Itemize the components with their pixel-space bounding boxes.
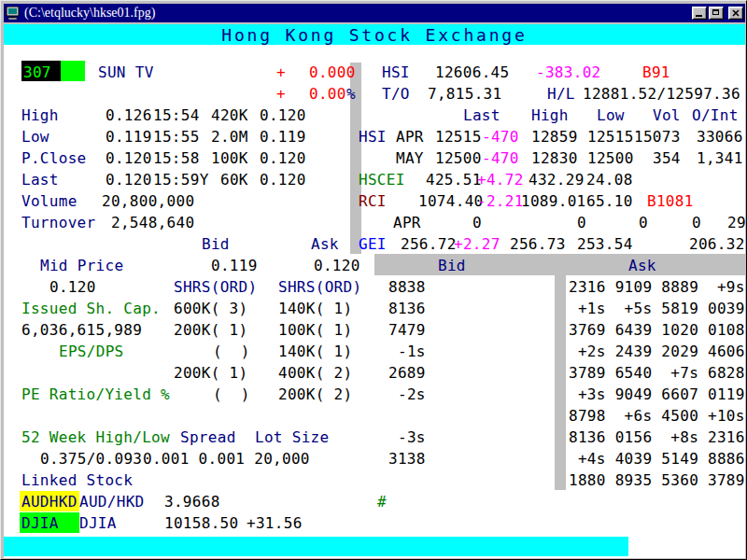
ask-col-label: Ask (311, 234, 339, 254)
text-run: 0 (692, 213, 701, 232)
col-vol: Vol (653, 105, 681, 125)
text-run: -2s (398, 385, 426, 404)
week52-label: 52 Week High/Low (21, 427, 170, 447)
hash-marker: # (377, 492, 387, 511)
col-oint: O/Int (692, 105, 739, 125)
text-run: % (346, 84, 356, 104)
text-run: 200K( 2) (278, 385, 352, 404)
text-run: MAY (396, 148, 424, 168)
text-run: 60K (220, 170, 248, 189)
text-run: 0 (577, 213, 586, 232)
text-run: -3s (398, 427, 426, 447)
queue-ask-header: Ask (628, 256, 656, 275)
rci-flag: B1081 (647, 191, 694, 211)
spread-label: Spread (180, 427, 236, 447)
text-run: +2s 2439 2029 4606 (569, 342, 745, 361)
text-run: 8838 (388, 277, 426, 297)
change-value: 0.000 (309, 63, 356, 82)
text-run: 1,341 (697, 148, 743, 168)
bid-price: 0.119 (211, 256, 258, 275)
text-run: 400K( 2) (278, 363, 352, 383)
text-run: 8798 +6s 4500 +10s (569, 406, 745, 426)
text-run: 12515 (435, 127, 482, 147)
text-run: APR (393, 213, 421, 232)
text-run: 2316 9109 8889 +9s (569, 277, 745, 297)
text-run: 140K( 1) (278, 299, 352, 318)
stock-name: SUN TV (98, 63, 154, 82)
text-run: +2.27 (454, 234, 500, 254)
text-run: 1089.01 (521, 191, 586, 211)
stock-code[interactable]: 307 (23, 63, 51, 82)
text-run: 200K( 1) (174, 363, 247, 383)
text-run: 100K( 1) (278, 320, 352, 340)
pclose-label: P.Close (21, 148, 87, 168)
text-run: 1074.40 (418, 191, 484, 211)
hsi-label: HSI (382, 63, 410, 82)
text-run: 0.119 (260, 127, 306, 147)
text-run: SHRS(ORD) (174, 277, 257, 297)
futures-hsi-label: HSI (359, 127, 387, 147)
text-run: 0.120 (260, 105, 306, 125)
text-run: SHRS(ORD) (278, 277, 361, 297)
text-run: 24.08 (586, 170, 633, 189)
hsi-flag: B91 (642, 63, 670, 82)
text-run: 8136 (388, 299, 426, 318)
text-run: 420K (211, 105, 248, 125)
week52-value: 0.375/0.093 (40, 449, 142, 469)
text-run: 0.120 (260, 170, 306, 189)
last-label: Last (21, 170, 59, 189)
linked-ticker-audhkd[interactable]: AUDHKD (21, 492, 78, 511)
text-run: 200K( 1) (174, 320, 247, 340)
text-run: H/L (547, 84, 575, 104)
gei-label: GEI (359, 234, 387, 254)
hsi-high-low: 12881.52/12597.36 (583, 84, 740, 104)
text-run: 432.29 (529, 170, 585, 189)
col-high: High (531, 105, 569, 125)
text-run: 3789 6540 +7s 6828 (569, 363, 745, 383)
djia-name: DJIA (79, 513, 117, 533)
text-run: APR (396, 127, 424, 147)
text-run: 15:55 (153, 127, 200, 147)
linked-ticker-djia[interactable]: DJIA (21, 513, 59, 533)
text-run: 1880 8935 5360 3789 (569, 470, 745, 490)
spread-lot-values: 0.001 0.001 20,000 (143, 449, 310, 469)
change-percent: 0.00 (309, 84, 346, 104)
text-run: 12859 (531, 127, 578, 147)
text-run: ( ) (213, 385, 250, 404)
text-run: 425.51 (426, 170, 482, 189)
turnover-row-label: Turnover (21, 213, 95, 232)
volume-value: 20,800,000 (102, 191, 194, 211)
turnover-value: 2,548,640 (111, 213, 194, 232)
application-window: (C:\etqlucky\hkse01.fpg) Hong Kong Stock… (0, 0, 747, 560)
bottom-status-bar (4, 537, 628, 556)
bid-col-label: Bid (202, 234, 230, 254)
text-run: 253.54 (577, 234, 633, 254)
text-run: -470 (482, 148, 519, 168)
linked-stock-label: Linked Stock (21, 470, 133, 490)
text-run: 15073 (634, 127, 681, 147)
text-run: 2.0M (211, 127, 248, 147)
text-run: 0.120 (260, 148, 306, 168)
text-run: 140K( 1) (278, 342, 352, 361)
text-run: 7479 (388, 320, 426, 340)
text-run: 29 (727, 213, 746, 232)
volume-label: Volume (21, 191, 78, 211)
text-run: -2.21 (477, 191, 524, 211)
issued-cap-label: Issued Sh. Cap. (21, 299, 161, 318)
text-run: 0 (472, 213, 482, 232)
hsi-turnover: 7,815.31 (428, 84, 501, 104)
eps-dps-label: EPS/DPS (59, 342, 124, 361)
text-run: 8136 0156 +8s 2316 (569, 427, 745, 447)
pe-yield-label: PE Ratio/Yield % (21, 385, 170, 404)
text-run: 12830 (531, 148, 578, 168)
audhkd-rate: 3.9668 (164, 492, 220, 511)
turnover-label: T/O (382, 84, 410, 104)
text-run: 15:58 (153, 148, 200, 168)
mid-price-value: 0.120 (49, 277, 96, 297)
text-run: 12515 (587, 127, 634, 147)
text-run: 256.73 (510, 234, 566, 254)
col-low: Low (597, 105, 625, 125)
text-run: 0 (639, 213, 648, 232)
hsi-value: 12606.45 (435, 63, 509, 82)
high-label: High (21, 105, 59, 125)
